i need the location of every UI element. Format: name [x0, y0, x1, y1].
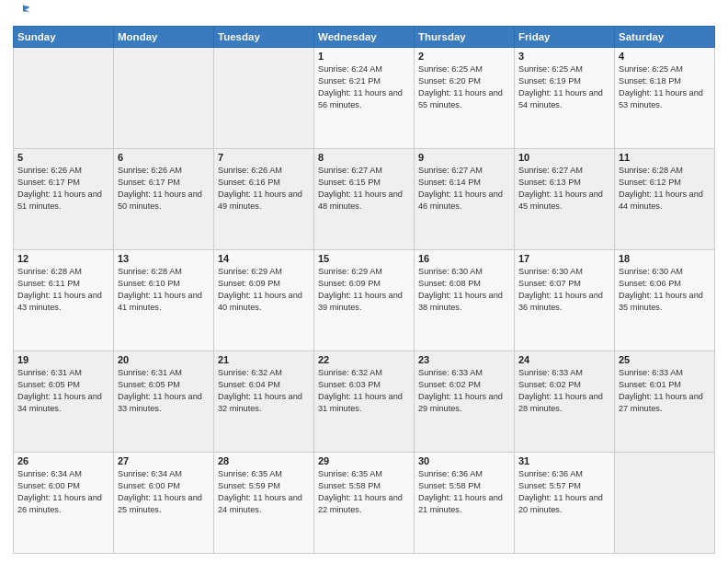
day-number: 20 [118, 354, 210, 365]
day-number: 16 [418, 253, 510, 264]
day-number: 12 [17, 253, 109, 264]
calendar-week-row: 19Sunrise: 6:31 AMSunset: 6:05 PMDayligh… [14, 351, 715, 453]
day-info: Sunrise: 6:26 AMSunset: 6:17 PMDaylight:… [118, 165, 210, 213]
day-info: Sunrise: 6:27 AMSunset: 6:13 PMDaylight:… [518, 165, 610, 213]
day-info: Sunrise: 6:25 AMSunset: 6:20 PMDaylight:… [418, 63, 510, 111]
calendar-week-row: 26Sunrise: 6:34 AMSunset: 6:00 PMDayligh… [14, 453, 715, 554]
day-number: 14 [218, 253, 310, 264]
calendar-cell [14, 48, 114, 149]
calendar-cell: 14Sunrise: 6:29 AMSunset: 6:09 PMDayligh… [214, 250, 314, 351]
day-info: Sunrise: 6:36 AMSunset: 5:57 PMDaylight:… [518, 468, 610, 516]
calendar-cell: 2Sunrise: 6:25 AMSunset: 6:20 PMDaylight… [415, 48, 515, 149]
day-info: Sunrise: 6:30 AMSunset: 6:06 PMDaylight:… [619, 266, 711, 314]
day-number: 3 [518, 51, 610, 62]
day-number: 1 [318, 51, 410, 62]
calendar-week-row: 1Sunrise: 6:24 AMSunset: 6:21 PMDaylight… [14, 48, 715, 149]
calendar-cell: 16Sunrise: 6:30 AMSunset: 6:08 PMDayligh… [415, 250, 515, 351]
calendar-cell: 3Sunrise: 6:25 AMSunset: 6:19 PMDaylight… [515, 48, 615, 149]
day-number: 30 [418, 455, 510, 466]
calendar-cell: 4Sunrise: 6:25 AMSunset: 6:18 PMDaylight… [615, 48, 715, 149]
day-info: Sunrise: 6:35 AMSunset: 5:59 PMDaylight:… [218, 468, 310, 516]
calendar-cell [214, 48, 314, 149]
calendar-cell [615, 453, 715, 554]
logo [13, 9, 31, 20]
day-info: Sunrise: 6:28 AMSunset: 6:11 PMDaylight:… [17, 266, 109, 314]
weekday-header-saturday: Saturday [615, 27, 715, 48]
calendar-cell: 18Sunrise: 6:30 AMSunset: 6:06 PMDayligh… [615, 250, 715, 351]
day-info: Sunrise: 6:32 AMSunset: 6:04 PMDaylight:… [218, 367, 310, 415]
day-number: 19 [17, 354, 109, 365]
day-number: 17 [518, 253, 610, 264]
day-info: Sunrise: 6:30 AMSunset: 6:07 PMDaylight:… [518, 266, 610, 314]
calendar-cell: 28Sunrise: 6:35 AMSunset: 5:59 PMDayligh… [214, 453, 314, 554]
day-number: 4 [619, 51, 711, 62]
day-number: 22 [318, 354, 410, 365]
page: SundayMondayTuesdayWednesdayThursdayFrid… [0, 0, 728, 563]
day-number: 15 [318, 253, 410, 264]
calendar-cell: 20Sunrise: 6:31 AMSunset: 6:05 PMDayligh… [114, 351, 214, 453]
logo-bird-icon [15, 4, 31, 20]
day-info: Sunrise: 6:24 AMSunset: 6:21 PMDaylight:… [318, 63, 410, 111]
day-number: 31 [518, 455, 610, 466]
day-info: Sunrise: 6:27 AMSunset: 6:14 PMDaylight:… [418, 165, 510, 213]
calendar-cell: 10Sunrise: 6:27 AMSunset: 6:13 PMDayligh… [515, 149, 615, 250]
day-number: 8 [318, 152, 410, 163]
calendar-week-row: 5Sunrise: 6:26 AMSunset: 6:17 PMDaylight… [14, 149, 715, 250]
weekday-header-wednesday: Wednesday [314, 27, 415, 48]
day-number: 28 [218, 455, 310, 466]
header [13, 9, 715, 20]
day-number: 7 [218, 152, 310, 163]
day-info: Sunrise: 6:27 AMSunset: 6:15 PMDaylight:… [318, 165, 410, 213]
day-info: Sunrise: 6:26 AMSunset: 6:16 PMDaylight:… [218, 165, 310, 213]
calendar-cell: 11Sunrise: 6:28 AMSunset: 6:12 PMDayligh… [615, 149, 715, 250]
day-info: Sunrise: 6:33 AMSunset: 6:01 PMDaylight:… [619, 367, 711, 415]
day-info: Sunrise: 6:32 AMSunset: 6:03 PMDaylight:… [318, 367, 410, 415]
day-info: Sunrise: 6:31 AMSunset: 6:05 PMDaylight:… [17, 367, 109, 415]
calendar-cell: 25Sunrise: 6:33 AMSunset: 6:01 PMDayligh… [615, 351, 715, 453]
day-number: 2 [418, 51, 510, 62]
calendar-week-row: 12Sunrise: 6:28 AMSunset: 6:11 PMDayligh… [14, 250, 715, 351]
calendar-cell: 30Sunrise: 6:36 AMSunset: 5:58 PMDayligh… [415, 453, 515, 554]
calendar-cell: 26Sunrise: 6:34 AMSunset: 6:00 PMDayligh… [14, 453, 114, 554]
day-number: 24 [518, 354, 610, 365]
day-info: Sunrise: 6:28 AMSunset: 6:12 PMDaylight:… [619, 165, 711, 213]
calendar-cell [114, 48, 214, 149]
calendar-cell: 15Sunrise: 6:29 AMSunset: 6:09 PMDayligh… [314, 250, 415, 351]
day-number: 18 [619, 253, 711, 264]
day-info: Sunrise: 6:25 AMSunset: 6:18 PMDaylight:… [619, 63, 711, 111]
calendar-cell: 5Sunrise: 6:26 AMSunset: 6:17 PMDaylight… [14, 149, 114, 250]
day-info: Sunrise: 6:25 AMSunset: 6:19 PMDaylight:… [518, 63, 610, 111]
calendar-header-row: SundayMondayTuesdayWednesdayThursdayFrid… [14, 27, 715, 48]
day-number: 21 [218, 354, 310, 365]
day-number: 25 [619, 354, 711, 365]
day-number: 23 [418, 354, 510, 365]
calendar-cell: 19Sunrise: 6:31 AMSunset: 6:05 PMDayligh… [14, 351, 114, 453]
day-info: Sunrise: 6:26 AMSunset: 6:17 PMDaylight:… [17, 165, 109, 213]
day-number: 27 [118, 455, 210, 466]
day-info: Sunrise: 6:31 AMSunset: 6:05 PMDaylight:… [118, 367, 210, 415]
calendar-cell: 21Sunrise: 6:32 AMSunset: 6:04 PMDayligh… [214, 351, 314, 453]
weekday-header-monday: Monday [114, 27, 214, 48]
calendar-cell: 27Sunrise: 6:34 AMSunset: 6:00 PMDayligh… [114, 453, 214, 554]
calendar-cell: 7Sunrise: 6:26 AMSunset: 6:16 PMDaylight… [214, 149, 314, 250]
weekday-header-sunday: Sunday [14, 27, 114, 48]
day-number: 5 [17, 152, 109, 163]
calendar-cell: 12Sunrise: 6:28 AMSunset: 6:11 PMDayligh… [14, 250, 114, 351]
day-number: 10 [518, 152, 610, 163]
day-info: Sunrise: 6:29 AMSunset: 6:09 PMDaylight:… [318, 266, 410, 314]
calendar-cell: 17Sunrise: 6:30 AMSunset: 6:07 PMDayligh… [515, 250, 615, 351]
calendar-table: SundayMondayTuesdayWednesdayThursdayFrid… [13, 26, 715, 554]
day-info: Sunrise: 6:36 AMSunset: 5:58 PMDaylight:… [418, 468, 510, 516]
day-info: Sunrise: 6:34 AMSunset: 6:00 PMDaylight:… [17, 468, 109, 516]
calendar-cell: 29Sunrise: 6:35 AMSunset: 5:58 PMDayligh… [314, 453, 415, 554]
calendar-cell: 23Sunrise: 6:33 AMSunset: 6:02 PMDayligh… [415, 351, 515, 453]
calendar-cell: 8Sunrise: 6:27 AMSunset: 6:15 PMDaylight… [314, 149, 415, 250]
day-number: 26 [17, 455, 109, 466]
day-info: Sunrise: 6:33 AMSunset: 6:02 PMDaylight:… [518, 367, 610, 415]
day-number: 29 [318, 455, 410, 466]
calendar-cell: 9Sunrise: 6:27 AMSunset: 6:14 PMDaylight… [415, 149, 515, 250]
calendar-cell: 24Sunrise: 6:33 AMSunset: 6:02 PMDayligh… [515, 351, 615, 453]
day-info: Sunrise: 6:29 AMSunset: 6:09 PMDaylight:… [218, 266, 310, 314]
day-info: Sunrise: 6:34 AMSunset: 6:00 PMDaylight:… [118, 468, 210, 516]
calendar-cell: 1Sunrise: 6:24 AMSunset: 6:21 PMDaylight… [314, 48, 415, 149]
